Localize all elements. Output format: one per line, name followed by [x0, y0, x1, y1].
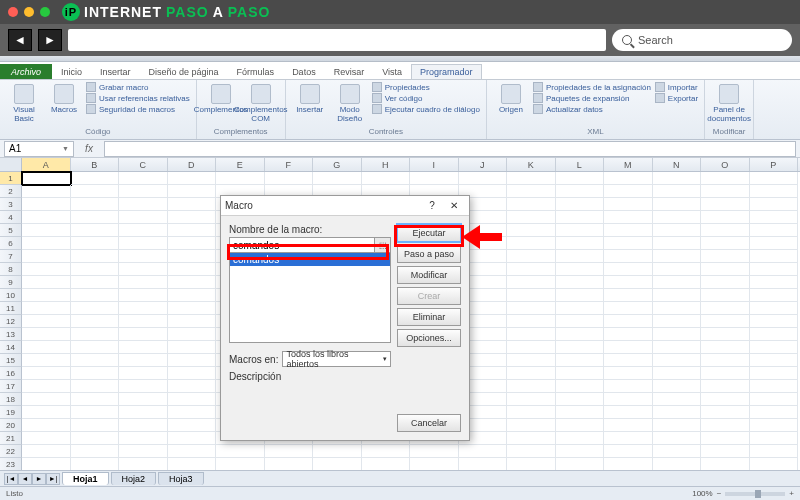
row-header[interactable]: 13	[0, 328, 22, 341]
cell[interactable]	[653, 185, 702, 198]
row-header[interactable]: 14	[0, 341, 22, 354]
cell[interactable]	[71, 328, 120, 341]
cell[interactable]	[653, 211, 702, 224]
col-header-m[interactable]: M	[604, 158, 653, 171]
cell[interactable]	[168, 172, 217, 185]
cell[interactable]	[556, 185, 605, 198]
seguridad-macros-button[interactable]: Seguridad de macros	[86, 104, 190, 114]
cell[interactable]	[265, 172, 314, 185]
cell[interactable]	[750, 276, 799, 289]
sheet-tab-2[interactable]: Hoja2	[111, 472, 157, 485]
cell[interactable]	[604, 380, 653, 393]
cell[interactable]	[750, 315, 799, 328]
cell[interactable]	[750, 263, 799, 276]
cell[interactable]	[507, 367, 556, 380]
panel-documentos-button[interactable]: Panel de documentos	[711, 82, 747, 125]
cell[interactable]	[507, 419, 556, 432]
row-header[interactable]: 5	[0, 224, 22, 237]
cell[interactable]	[119, 354, 168, 367]
cell[interactable]	[71, 237, 120, 250]
col-header-j[interactable]: J	[459, 158, 508, 171]
cell[interactable]	[507, 393, 556, 406]
cell[interactable]	[604, 172, 653, 185]
dialog-help-button[interactable]: ?	[421, 198, 443, 214]
zoom-control[interactable]: 100% − +	[692, 489, 794, 498]
nav-back-button[interactable]: ◄	[8, 29, 32, 51]
row-header[interactable]: 6	[0, 237, 22, 250]
sheet-nav-first[interactable]: |◄	[4, 473, 18, 485]
referencias-relativas-button[interactable]: Usar referencias relativas	[86, 93, 190, 103]
cell[interactable]	[653, 289, 702, 302]
col-header-e[interactable]: E	[216, 158, 265, 171]
cell[interactable]	[701, 289, 750, 302]
cell[interactable]	[507, 406, 556, 419]
cell[interactable]	[750, 406, 799, 419]
tab-file[interactable]: Archivo	[0, 64, 52, 79]
sheet-nav-next[interactable]: ►	[32, 473, 46, 485]
cell[interactable]	[653, 315, 702, 328]
cell[interactable]	[750, 289, 799, 302]
dialog-close-button[interactable]: ✕	[443, 198, 465, 214]
cell[interactable]	[604, 263, 653, 276]
cell[interactable]	[604, 393, 653, 406]
cell[interactable]	[22, 393, 71, 406]
cell[interactable]	[653, 172, 702, 185]
cell[interactable]	[168, 289, 217, 302]
actualizar-datos-button[interactable]: Actualizar datos	[533, 104, 651, 114]
col-header-o[interactable]: O	[701, 158, 750, 171]
cell[interactable]	[168, 419, 217, 432]
cell[interactable]	[168, 432, 217, 445]
cell[interactable]	[604, 185, 653, 198]
cell[interactable]	[556, 341, 605, 354]
cell[interactable]	[750, 341, 799, 354]
cell[interactable]	[71, 341, 120, 354]
cell[interactable]	[750, 198, 799, 211]
cell[interactable]	[22, 211, 71, 224]
cell[interactable]	[653, 302, 702, 315]
cell[interactable]	[119, 315, 168, 328]
cell[interactable]	[701, 224, 750, 237]
cell[interactable]	[22, 367, 71, 380]
macro-name-ref-button[interactable]: ⬚	[375, 237, 391, 253]
row-header[interactable]: 12	[0, 315, 22, 328]
col-header-g[interactable]: G	[313, 158, 362, 171]
cell[interactable]	[22, 445, 71, 458]
cell[interactable]	[604, 406, 653, 419]
cell[interactable]	[119, 445, 168, 458]
cell[interactable]	[507, 172, 556, 185]
cell[interactable]	[556, 367, 605, 380]
zoom-slider[interactable]	[725, 492, 785, 496]
cell[interactable]	[653, 263, 702, 276]
cell[interactable]	[168, 354, 217, 367]
cell[interactable]	[119, 237, 168, 250]
grabar-macro-button[interactable]: Grabar macro	[86, 82, 190, 92]
cell[interactable]	[653, 393, 702, 406]
cell[interactable]	[22, 380, 71, 393]
row-header[interactable]: 3	[0, 198, 22, 211]
dialog-titlebar[interactable]: Macro ? ✕	[221, 196, 469, 216]
col-header-f[interactable]: F	[265, 158, 314, 171]
modo-diseno-button[interactable]: Modo Diseño	[332, 82, 368, 125]
cell[interactable]	[507, 354, 556, 367]
cell[interactable]	[71, 250, 120, 263]
cell[interactable]	[653, 432, 702, 445]
tab-programador[interactable]: Programador	[411, 64, 482, 79]
sheet-nav-last[interactable]: ►|	[46, 473, 60, 485]
col-header-h[interactable]: H	[362, 158, 411, 171]
cell[interactable]	[750, 328, 799, 341]
cell[interactable]	[168, 224, 217, 237]
cell[interactable]	[22, 302, 71, 315]
cell[interactable]	[701, 354, 750, 367]
cell[interactable]	[604, 302, 653, 315]
cell[interactable]	[701, 237, 750, 250]
propiedades-button[interactable]: Propiedades	[372, 82, 480, 92]
cell[interactable]	[604, 237, 653, 250]
cell[interactable]	[168, 367, 217, 380]
cell[interactable]	[22, 276, 71, 289]
eliminar-button[interactable]: Eliminar	[397, 308, 461, 326]
cell[interactable]	[507, 263, 556, 276]
cell[interactable]	[701, 367, 750, 380]
row-header[interactable]: 9	[0, 276, 22, 289]
cell[interactable]	[701, 185, 750, 198]
opciones-button[interactable]: Opciones...	[397, 329, 461, 347]
